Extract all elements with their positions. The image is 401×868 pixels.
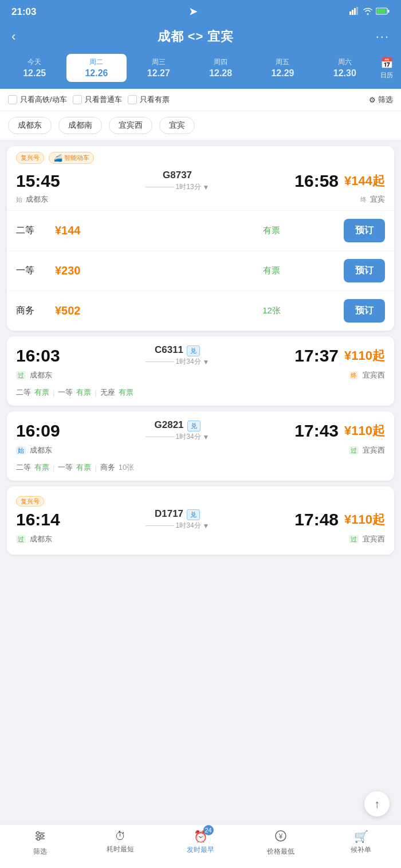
checkbox-normal[interactable] [73, 95, 82, 104]
train-center-3: D1717 兑 1时34分 ▼ [60, 508, 295, 531]
depart-station-0: 始 成都东 [16, 194, 48, 205]
nav-earliest[interactable]: ⏰ 24 发时最早 [160, 830, 241, 857]
more-button[interactable]: ··· [376, 29, 390, 44]
seat-row-0-1: 一等 ¥230 有票 预订 [7, 250, 394, 290]
header: ‹ 成都 <> 宜宾 ··· [0, 22, 401, 54]
svg-point-10 [37, 832, 40, 835]
seat-avail-0-1: 有票 [199, 265, 344, 276]
train-number-1: C6311 [155, 344, 183, 356]
svg-text:¥: ¥ [278, 832, 283, 840]
station-tag-0[interactable]: 成都东 [8, 117, 52, 134]
nav-filter[interactable]: 筛选 [0, 830, 80, 857]
station-tab-bar: 成都东 成都南 宜宾西 宜宾 [0, 111, 401, 140]
supplement-nav-icon: 🛒 [354, 830, 368, 843]
nav-cheapest-label: 价格最低 [267, 847, 294, 857]
seat-class-1-0: 二等 [16, 387, 31, 398]
depart-station-1: 过 成都东 [16, 370, 52, 380]
train-duration-3: 1时34分 ▼ [60, 521, 295, 531]
seat-summary-2: 二等 有票 | 一等 有票 | 商务 10张 [16, 462, 385, 473]
calendar-button[interactable]: 📅 日历 [377, 54, 396, 82]
station-tag-1[interactable]: 成都南 [58, 117, 102, 134]
filter-highspeed[interactable]: 只看高铁/动车 [8, 95, 67, 105]
train-center-1: C6311 兑 1时34分 ▼ [60, 344, 295, 367]
day-label-3: 周四 [193, 57, 248, 67]
date-tab-4[interactable]: 周五 12.29 [253, 54, 312, 82]
nav-shortest[interactable]: ⏱ 耗时最短 [80, 830, 160, 857]
train-card-1[interactable]: 16:03 C6311 兑 1时34分 ▼ 17:37 ¥110起 过 成都东 [7, 336, 394, 406]
status-time: 21:03 [11, 6, 36, 18]
back-button[interactable]: ‹ [11, 29, 15, 44]
day-num-5: 12.30 [317, 68, 372, 78]
nav-shortest-label: 耗时最短 [107, 845, 134, 854]
checkbox-highspeed[interactable] [8, 95, 17, 104]
station-tag-2[interactable]: 宜宾西 [109, 117, 152, 134]
scroll-top-button[interactable]: ↑ [364, 791, 390, 816]
date-tab-1[interactable]: 周二 12.26 [66, 54, 126, 82]
day-label-0: 今天 [7, 57, 62, 67]
svg-rect-2 [354, 8, 356, 15]
filter-button[interactable]: ⚙ 筛选 [369, 95, 393, 105]
seat-class-0-2: 商务 [16, 305, 50, 317]
seat-class-1-2: 无座 [100, 387, 115, 398]
seat-class-2-0: 二等 [16, 462, 31, 473]
train-row-top-2: 16:09 G2821 兑 1时34分 ▼ 17:43 ¥110起 [16, 419, 385, 442]
nav-badge: 24 [203, 825, 214, 835]
badge-smart-0: 🚄 智能动车 [49, 152, 94, 164]
seat-avail-2-1: 有票 [76, 462, 91, 473]
seat-price-0-1: ¥230 [55, 264, 199, 277]
nav-badge-container: ⏰ 24 [194, 830, 208, 843]
book-button-0-0[interactable]: 预订 [344, 219, 385, 242]
train-badges-0: 复兴号 🚄 智能动车 [7, 146, 394, 166]
nav-cheapest[interactable]: ¥ 价格最低 [241, 830, 321, 857]
seat-row-0-2: 商务 ¥502 12张 预订 [7, 290, 394, 331]
day-num-0: 12.25 [7, 68, 62, 78]
arrive-station-3: 过 宜宾西 [349, 534, 385, 544]
day-label-4: 周五 [255, 57, 310, 67]
filter-btn-label: 筛选 [378, 95, 393, 105]
badge-fuxing-0: 复兴号 [16, 152, 44, 164]
train-main-0: 15:45 G8737 1时13分 ▼ 16:58 ¥144起 [7, 166, 394, 194]
date-tab-2[interactable]: 周三 12.27 [129, 54, 188, 82]
train-tag-3: 兑 [187, 509, 200, 520]
depart-station-2: 始 成都东 [16, 445, 52, 455]
day-num-1: 12.26 [69, 68, 124, 78]
date-tab-bar: 今天 12.25 周二 12.26 周三 12.27 周四 12.28 周五 1… [0, 54, 401, 89]
calendar-label: 日历 [380, 71, 393, 80]
date-tab-0[interactable]: 今天 12.25 [5, 54, 64, 82]
train-price-1: ¥110起 [344, 347, 385, 364]
station-tag-3[interactable]: 宜宾 [159, 117, 195, 134]
train-row-top-3: 16:14 D1717 兑 1时34分 ▼ 17:48 ¥110起 [16, 508, 385, 531]
route-title: 成都 <> 宜宾 [158, 28, 234, 45]
seat-class-1-1: 一等 [58, 387, 73, 398]
arrive-time-1: 17:37 [294, 346, 339, 366]
content-area: 只看高铁/动车 只看普通车 只看有票 ⚙ 筛选 成都东 成都南 宜宾西 宜宾 复… [0, 89, 401, 606]
date-tab-5[interactable]: 周六 12.30 [315, 54, 375, 82]
date-tab-3[interactable]: 周四 12.28 [191, 54, 250, 82]
shortest-nav-icon: ⏱ [115, 830, 126, 843]
depart-time-0: 15:45 [16, 171, 60, 191]
filter-highspeed-label: 只看高铁/动车 [20, 95, 67, 105]
svg-rect-5 [376, 9, 386, 13]
train-station-row-1: 过 成都东 终 宜宾西 [16, 370, 385, 385]
train-station-row-3: 过 成都东 过 宜宾西 [16, 534, 385, 547]
seat-avail-1-0: 有票 [34, 387, 49, 398]
seat-class-0-0: 二等 [16, 225, 50, 237]
book-button-0-2[interactable]: 预订 [344, 299, 385, 323]
arrive-station-2: 过 宜宾西 [349, 445, 385, 455]
seat-avail-0-2: 12张 [199, 305, 344, 316]
depart-station-3: 过 成都东 [16, 534, 52, 544]
seat-avail-1-1: 有票 [76, 387, 91, 398]
depart-time-1: 16:03 [16, 346, 60, 366]
filter-normal[interactable]: 只看普通车 [73, 95, 122, 105]
book-button-0-1[interactable]: 预订 [344, 259, 385, 282]
checkbox-available[interactable] [128, 95, 137, 104]
calendar-icon: 📅 [380, 57, 393, 69]
nav-supplement[interactable]: 🛒 候补单 [321, 830, 401, 857]
train-card-3[interactable]: 复兴号 16:14 D1717 兑 1时34分 ▼ 17:48 ¥110起 过 [7, 486, 394, 555]
seat-class-2-1: 一等 [58, 462, 73, 473]
svg-rect-3 [356, 7, 358, 15]
train-number-0: G8737 [60, 170, 295, 181]
filter-available[interactable]: 只看有票 [128, 95, 170, 105]
train-card-0: 复兴号 🚄 智能动车 15:45 G8737 1时13分 ▼ 16:58 ¥14… [7, 146, 394, 331]
train-card-2[interactable]: 16:09 G2821 兑 1时34分 ▼ 17:43 ¥110起 始 成都东 [7, 411, 394, 481]
